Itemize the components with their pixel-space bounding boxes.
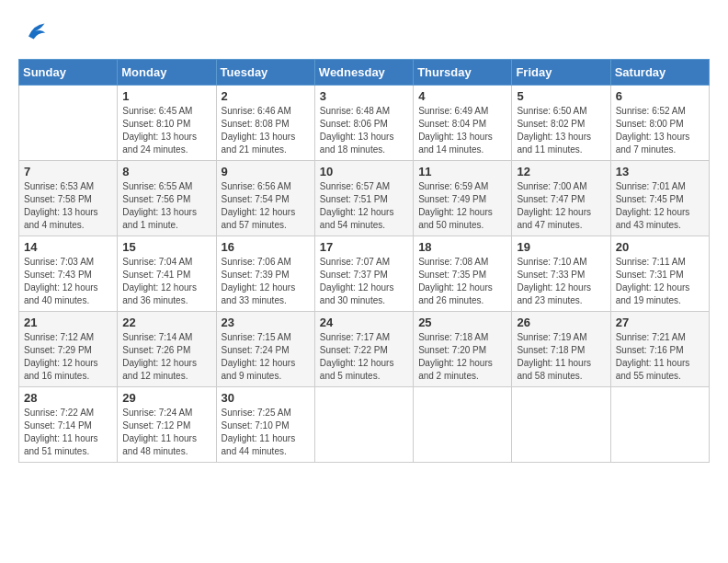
day-info: Sunrise: 6:53 AM Sunset: 7:58 PM Dayligh… [24,180,112,232]
day-number: 16 [222,240,310,254]
day-info: Sunrise: 7:06 AM Sunset: 7:39 PM Dayligh… [222,256,310,307]
day-number: 8 [122,165,210,178]
day-number: 19 [517,240,605,254]
calendar-cell: 23Sunrise: 7:15 AM Sunset: 7:24 PM Dayli… [216,312,314,387]
page-header [18,18,710,44]
weekday-header-monday: Monday [118,60,216,86]
logo [18,18,48,44]
calendar-cell: 29Sunrise: 7:24 AM Sunset: 7:12 PM Dayli… [118,387,216,463]
calendar-cell: 19Sunrise: 7:10 AM Sunset: 7:33 PM Dayli… [512,236,610,312]
day-info: Sunrise: 7:01 AM Sunset: 7:45 PM Dayligh… [616,180,704,232]
calendar-cell: 3Sunrise: 6:48 AM Sunset: 8:06 PM Daylig… [314,86,413,161]
calendar-cell: 18Sunrise: 7:08 AM Sunset: 7:35 PM Dayli… [414,236,512,312]
calendar-week-0: 1Sunrise: 6:45 AM Sunset: 8:10 PM Daylig… [19,86,710,161]
day-number: 23 [222,316,310,329]
calendar-cell [610,387,709,463]
day-number: 24 [320,316,408,329]
day-info: Sunrise: 7:15 AM Sunset: 7:24 PM Dayligh… [222,331,310,383]
weekday-header-wednesday: Wednesday [314,60,413,86]
day-number: 13 [616,165,704,178]
day-number: 5 [517,89,605,103]
calendar-week-3: 21Sunrise: 7:12 AM Sunset: 7:29 PM Dayli… [19,312,710,387]
day-info: Sunrise: 7:08 AM Sunset: 7:35 PM Dayligh… [418,256,506,307]
day-number: 4 [418,89,506,103]
calendar-cell: 8Sunrise: 6:55 AM Sunset: 7:56 PM Daylig… [118,161,216,236]
calendar-cell [414,387,512,463]
day-info: Sunrise: 6:57 AM Sunset: 7:51 PM Dayligh… [320,180,408,232]
day-info: Sunrise: 6:52 AM Sunset: 8:00 PM Dayligh… [616,105,704,156]
day-info: Sunrise: 6:55 AM Sunset: 7:56 PM Dayligh… [122,180,210,232]
day-number: 28 [24,391,112,405]
day-info: Sunrise: 7:00 AM Sunset: 7:47 PM Dayligh… [517,180,605,232]
day-number: 30 [222,391,310,405]
day-info: Sunrise: 6:46 AM Sunset: 8:08 PM Dayligh… [222,105,310,156]
day-number: 3 [320,89,408,103]
day-number: 1 [122,89,210,103]
day-info: Sunrise: 7:21 AM Sunset: 7:16 PM Dayligh… [616,331,704,383]
calendar-cell: 16Sunrise: 7:06 AM Sunset: 7:39 PM Dayli… [216,236,314,312]
day-info: Sunrise: 7:24 AM Sunset: 7:12 PM Dayligh… [122,407,210,458]
day-info: Sunrise: 7:03 AM Sunset: 7:43 PM Dayligh… [24,256,112,307]
calendar-cell: 12Sunrise: 7:00 AM Sunset: 7:47 PM Dayli… [512,161,610,236]
calendar-cell: 5Sunrise: 6:50 AM Sunset: 8:02 PM Daylig… [512,86,610,161]
calendar-cell: 24Sunrise: 7:17 AM Sunset: 7:22 PM Dayli… [314,312,413,387]
calendar-cell: 11Sunrise: 6:59 AM Sunset: 7:49 PM Dayli… [414,161,512,236]
calendar-cell [314,387,413,463]
calendar-cell: 20Sunrise: 7:11 AM Sunset: 7:31 PM Dayli… [610,236,709,312]
day-number: 20 [616,240,704,254]
calendar-cell: 28Sunrise: 7:22 AM Sunset: 7:14 PM Dayli… [19,387,118,463]
calendar-cell: 2Sunrise: 6:46 AM Sunset: 8:08 PM Daylig… [216,86,314,161]
day-number: 9 [222,165,310,178]
weekday-header-tuesday: Tuesday [216,60,314,86]
day-info: Sunrise: 7:25 AM Sunset: 7:10 PM Dayligh… [222,407,310,458]
calendar-cell: 4Sunrise: 6:49 AM Sunset: 8:04 PM Daylig… [414,86,512,161]
weekday-header-row: SundayMondayTuesdayWednesdayThursdayFrid… [19,60,710,86]
calendar-cell [19,86,118,161]
calendar-cell: 25Sunrise: 7:18 AM Sunset: 7:20 PM Dayli… [414,312,512,387]
calendar-cell: 13Sunrise: 7:01 AM Sunset: 7:45 PM Dayli… [610,161,709,236]
day-number: 29 [122,391,210,405]
day-info: Sunrise: 6:59 AM Sunset: 7:49 PM Dayligh… [418,180,506,232]
day-info: Sunrise: 6:45 AM Sunset: 8:10 PM Dayligh… [122,105,210,156]
day-info: Sunrise: 6:56 AM Sunset: 7:54 PM Dayligh… [222,180,310,232]
day-info: Sunrise: 7:22 AM Sunset: 7:14 PM Dayligh… [24,407,112,458]
calendar-cell: 26Sunrise: 7:19 AM Sunset: 7:18 PM Dayli… [512,312,610,387]
calendar-cell: 10Sunrise: 6:57 AM Sunset: 7:51 PM Dayli… [314,161,413,236]
calendar-cell: 17Sunrise: 7:07 AM Sunset: 7:37 PM Dayli… [314,236,413,312]
calendar-cell: 30Sunrise: 7:25 AM Sunset: 7:10 PM Dayli… [216,387,314,463]
calendar-cell: 14Sunrise: 7:03 AM Sunset: 7:43 PM Dayli… [19,236,118,312]
day-number: 6 [616,89,704,103]
day-info: Sunrise: 6:48 AM Sunset: 8:06 PM Dayligh… [320,105,408,156]
day-number: 2 [222,89,310,103]
day-number: 27 [616,316,704,329]
calendar-cell: 6Sunrise: 6:52 AM Sunset: 8:00 PM Daylig… [610,86,709,161]
weekday-header-sunday: Sunday [19,60,118,86]
day-number: 7 [24,165,112,178]
calendar-cell: 7Sunrise: 6:53 AM Sunset: 7:58 PM Daylig… [19,161,118,236]
day-number: 17 [320,240,408,254]
day-info: Sunrise: 7:04 AM Sunset: 7:41 PM Dayligh… [122,256,210,307]
day-info: Sunrise: 7:12 AM Sunset: 7:29 PM Dayligh… [24,331,112,383]
calendar-week-1: 7Sunrise: 6:53 AM Sunset: 7:58 PM Daylig… [19,161,710,236]
weekday-header-thursday: Thursday [414,60,512,86]
calendar-cell: 1Sunrise: 6:45 AM Sunset: 8:10 PM Daylig… [118,86,216,161]
calendar-cell: 27Sunrise: 7:21 AM Sunset: 7:16 PM Dayli… [610,312,709,387]
day-info: Sunrise: 6:50 AM Sunset: 8:02 PM Dayligh… [517,105,605,156]
day-number: 15 [122,240,210,254]
day-info: Sunrise: 6:49 AM Sunset: 8:04 PM Dayligh… [418,105,506,156]
calendar-cell: 22Sunrise: 7:14 AM Sunset: 7:26 PM Dayli… [118,312,216,387]
weekday-header-friday: Friday [512,60,610,86]
day-number: 25 [418,316,506,329]
day-number: 11 [418,165,506,178]
calendar-table: SundayMondayTuesdayWednesdayThursdayFrid… [18,59,710,463]
day-info: Sunrise: 7:10 AM Sunset: 7:33 PM Dayligh… [517,256,605,307]
day-info: Sunrise: 7:11 AM Sunset: 7:31 PM Dayligh… [616,256,704,307]
calendar-week-4: 28Sunrise: 7:22 AM Sunset: 7:14 PM Dayli… [19,387,710,463]
calendar-cell [512,387,610,463]
day-number: 26 [517,316,605,329]
calendar-week-2: 14Sunrise: 7:03 AM Sunset: 7:43 PM Dayli… [19,236,710,312]
day-info: Sunrise: 7:19 AM Sunset: 7:18 PM Dayligh… [517,331,605,383]
logo-bird-icon [22,18,48,44]
day-number: 21 [24,316,112,329]
day-number: 14 [24,240,112,254]
